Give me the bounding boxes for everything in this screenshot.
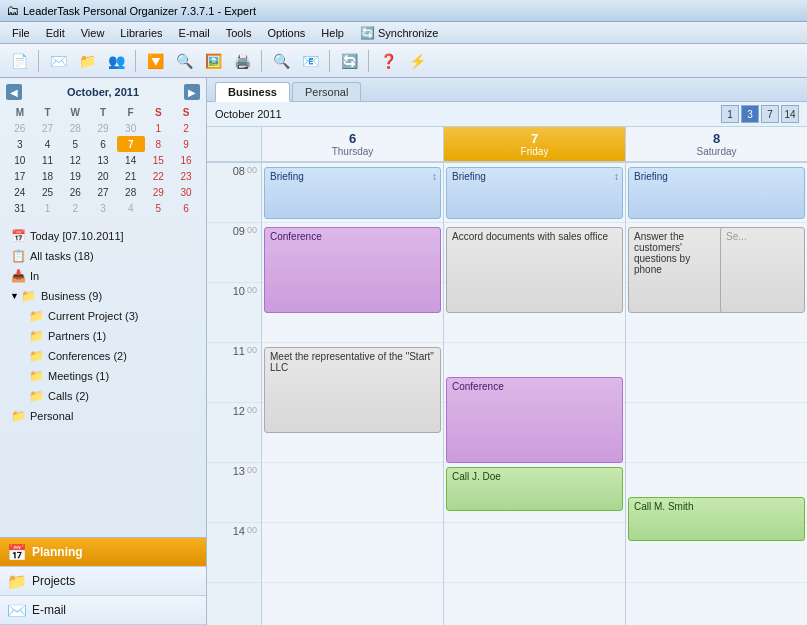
tab-personal[interactable]: Personal [292,82,361,101]
cal-day[interactable]: 26 [6,120,34,136]
cal-day[interactable]: 22 [145,168,173,184]
contacts-button[interactable]: 👥 [103,48,129,74]
cal-day[interactable]: 18 [34,168,62,184]
view-7day[interactable]: 7 [761,105,779,123]
cal-day[interactable]: 2 [172,120,200,136]
cal-day[interactable]: 28 [61,120,89,136]
photo-button[interactable]: 🖼️ [200,48,226,74]
sidebar-item-in[interactable]: 📥 In [6,266,200,286]
menu-edit[interactable]: Edit [38,25,73,41]
cal-day-today[interactable]: 7 [117,136,145,152]
new-button[interactable]: 📄 [6,48,32,74]
cal-day[interactable]: 1 [145,120,173,136]
print-button[interactable]: 🖨️ [229,48,255,74]
cal-day[interactable]: 13 [89,152,117,168]
event-briefing-fri[interactable]: Briefing ↕ [446,167,623,219]
filter-button[interactable]: 🔽 [142,48,168,74]
cal-day[interactable]: 3 [6,136,34,152]
cal-day[interactable]: 30 [172,184,200,200]
event-call-msmith[interactable]: Call M. Smith [628,497,805,541]
cal-day[interactable]: 31 [6,200,34,216]
cal-day[interactable]: 5 [145,200,173,216]
cal-day[interactable]: 20 [89,168,117,184]
help-button[interactable]: ❓ [375,48,401,74]
cal-day[interactable]: 16 [172,152,200,168]
cal-day[interactable]: 1 [34,200,62,216]
cal-day[interactable]: 5 [61,136,89,152]
sync-button[interactable]: ⚡ [404,48,430,74]
cal-day[interactable]: 2 [61,200,89,216]
menu-file[interactable]: File [4,25,38,41]
menu-libraries[interactable]: Libraries [112,25,170,41]
cal-day[interactable]: 4 [117,200,145,216]
time-header-spacer [207,127,261,163]
cal-day[interactable]: 10 [6,152,34,168]
cal-day[interactable]: 8 [145,136,173,152]
sidebar-item-calls[interactable]: 📁 Calls (2) [6,386,200,406]
event-meet-rep[interactable]: Meet the representative of the "Start" L… [264,347,441,433]
menu-view[interactable]: View [73,25,113,41]
cal-day[interactable]: 23 [172,168,200,184]
cal-day[interactable]: 27 [89,184,117,200]
find-button[interactable]: 🔍 [268,48,294,74]
sidebar-item-meetings[interactable]: 📁 Meetings (1) [6,366,200,386]
cal-day[interactable]: 11 [34,152,62,168]
cal-day[interactable]: 3 [89,200,117,216]
cal-day[interactable]: 14 [117,152,145,168]
menu-options[interactable]: Options [259,25,313,41]
menu-email[interactable]: E-mail [171,25,218,41]
view-14day[interactable]: 14 [781,105,799,123]
search-button[interactable]: 🔍 [171,48,197,74]
cal-day[interactable]: 24 [6,184,34,200]
meetings-icon: 📁 [28,368,44,384]
cal-day[interactable]: 21 [117,168,145,184]
nav-email[interactable]: ✉️ E-mail [0,596,206,625]
email-button[interactable]: ✉️ [45,48,71,74]
cal-day[interactable]: 25 [34,184,62,200]
cal-day[interactable]: 30 [117,120,145,136]
cal-day[interactable]: 29 [145,184,173,200]
sidebar-item-today[interactable]: 📅 Today [07.10.2011] [6,226,200,246]
cal-day[interactable]: 6 [172,200,200,216]
event-call-jdoe[interactable]: Call J. Doe [446,467,623,511]
sidebar-item-business[interactable]: ▼ 📁 Business (9) [6,286,200,306]
nav-planning[interactable]: 📅 Planning [0,538,206,567]
event-briefing-sat[interactable]: Briefing [628,167,805,219]
event-answer-customers[interactable]: Answer the customers' questions by phone [628,227,726,313]
cal-day[interactable]: 9 [172,136,200,152]
refresh-button[interactable]: 🔄 [336,48,362,74]
cal-day[interactable]: 4 [34,136,62,152]
sidebar-item-partners[interactable]: 📁 Partners (1) [6,326,200,346]
view-1day[interactable]: 1 [721,105,739,123]
cal-day[interactable]: 12 [61,152,89,168]
day-header-6: 6 Thursday [262,127,443,163]
cal-day[interactable]: 26 [61,184,89,200]
sidebar-item-all-tasks[interactable]: 📋 All tasks (18) [6,246,200,266]
event-se-do[interactable]: Se... [720,227,805,313]
menu-tools[interactable]: Tools [218,25,260,41]
menu-help[interactable]: Help [313,25,352,41]
sidebar-item-personal[interactable]: 📁 Personal [6,406,200,426]
email2-button[interactable]: 📧 [297,48,323,74]
prev-month-button[interactable]: ◀ [6,84,22,100]
event-conference-fri[interactable]: Conference [446,377,623,463]
folder-button[interactable]: 📁 [74,48,100,74]
calendar-month-label: October, 2011 [67,86,139,98]
menu-sync[interactable]: 🔄Synchronize [352,24,447,42]
sidebar-item-conferences[interactable]: 📁 Conferences (2) [6,346,200,366]
cal-day[interactable]: 29 [89,120,117,136]
event-briefing-thu[interactable]: Briefing ↕ [264,167,441,219]
view-3day[interactable]: 3 [741,105,759,123]
cal-day[interactable]: 27 [34,120,62,136]
nav-projects[interactable]: 📁 Projects [0,567,206,596]
cal-day[interactable]: 17 [6,168,34,184]
cal-day[interactable]: 6 [89,136,117,152]
cal-day[interactable]: 19 [61,168,89,184]
cal-day[interactable]: 15 [145,152,173,168]
cal-day[interactable]: 28 [117,184,145,200]
sidebar-item-current-project[interactable]: 📁 Current Project (3) [6,306,200,326]
tab-business[interactable]: Business [215,82,290,102]
next-month-button[interactable]: ▶ [184,84,200,100]
event-conference-thu[interactable]: Conference [264,227,441,313]
event-accord-docs[interactable]: Accord documents with sales office [446,227,623,313]
